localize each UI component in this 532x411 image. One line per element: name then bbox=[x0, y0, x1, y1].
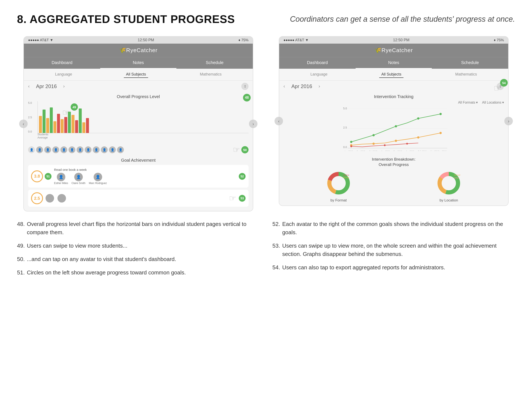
nav-schedule[interactable]: Schedule bbox=[176, 57, 253, 69]
all-formats-label: All Formats bbox=[458, 101, 475, 104]
bar-13 bbox=[82, 122, 85, 133]
month-display: Apr 2016 bbox=[36, 83, 57, 89]
svg-text:Mar
2016: Mar 2016 bbox=[430, 150, 439, 151]
badge-52: 52 bbox=[239, 173, 246, 180]
all-formats-filter[interactable]: All Formats ▾ bbox=[458, 100, 478, 104]
svg-point-19 bbox=[406, 143, 408, 144]
right-phone-wrapper: ‹ ●●●●● AT&T ▼ 12:50 PM ♦ 75% 🌾RyeCatche… bbox=[279, 36, 509, 206]
right-status-center: 12:50 PM bbox=[393, 38, 409, 42]
cursor-icon-49: ☞ bbox=[62, 108, 70, 117]
right-prev-month[interactable]: ‹ bbox=[284, 84, 285, 89]
bar-4 bbox=[50, 107, 53, 133]
donut-location: School Other by Location bbox=[435, 169, 463, 203]
student-avatar-2[interactable]: 👤 bbox=[44, 146, 51, 153]
footnote-54: 54. Users can also tap to export aggrega… bbox=[272, 263, 515, 272]
goal-title: Goal Achievement bbox=[28, 158, 248, 163]
bar-2 bbox=[43, 110, 46, 133]
status-left: ●●●●● AT&T ▼ bbox=[28, 38, 53, 42]
donuts-row: Online Group by Format bbox=[284, 169, 504, 203]
student-avatar-6[interactable]: 👤 bbox=[76, 146, 83, 153]
bar-11 bbox=[75, 120, 78, 133]
svg-text:0.0: 0.0 bbox=[343, 146, 347, 149]
y-label-25: 2.5 bbox=[28, 116, 32, 119]
goal-row-2: 2.5 ☞ 53 bbox=[28, 190, 248, 207]
svg-text:Apr
2016: Apr 2016 bbox=[438, 150, 446, 151]
footnote-54-text: Users can also tap to export aggregated … bbox=[282, 263, 515, 272]
left-status-bar: ●●●●● AT&T ▼ 12:50 PM ♦ 75% bbox=[24, 37, 253, 44]
right-nav-chevron-right-phone[interactable]: › bbox=[504, 117, 513, 125]
student-avatar-5[interactable]: 👤 bbox=[68, 146, 75, 153]
student-avatar-g2-2 bbox=[57, 194, 66, 203]
svg-point-11 bbox=[439, 113, 442, 115]
svg-point-16 bbox=[439, 132, 442, 134]
export-button[interactable]: ⇧ bbox=[241, 83, 248, 90]
student-claire-avatar[interactable]: 👤 bbox=[74, 173, 83, 181]
student-avatar-3[interactable]: 👤 bbox=[52, 146, 59, 153]
bar-3 bbox=[46, 118, 49, 133]
svg-text:Jan
2016: Jan 2016 bbox=[406, 150, 414, 151]
goal-text-1: Read one book a week bbox=[54, 168, 236, 171]
student-marc-avatar[interactable]: 👤 bbox=[94, 173, 102, 181]
goal-section: Goal Achievement 3.8 51 Read one book a … bbox=[24, 156, 253, 211]
bar-5 bbox=[53, 121, 57, 133]
bar-12 bbox=[79, 109, 82, 133]
tab-language[interactable]: Language bbox=[53, 71, 74, 78]
right-tab-mathematics[interactable]: Mathematics bbox=[453, 71, 479, 78]
badge-53: 53 bbox=[239, 195, 246, 202]
right-nav-chevron-left-phone[interactable]: › bbox=[249, 120, 257, 128]
avg-avatar: 👤 bbox=[28, 146, 35, 153]
student-avatar-7[interactable]: 👤 bbox=[85, 146, 92, 153]
left-phone-wrapper: ‹ ●●●●● AT&T ▼ 12:50 PM ♦ 75% 🌾RyeCatche… bbox=[23, 36, 253, 211]
right-logo: 🌾RyeCatcher bbox=[375, 47, 413, 53]
breakdown-section: Intervention Breakdown:Overall Progress bbox=[279, 154, 508, 206]
right-nav-dashboard[interactable]: Dashboard bbox=[279, 57, 356, 69]
line-chart-container: 5.0 2.5 0.0 bbox=[284, 106, 504, 152]
svg-point-10 bbox=[417, 117, 419, 120]
left-nav-chevron[interactable]: ‹ bbox=[19, 120, 28, 128]
status-right: ♦ 75% bbox=[238, 38, 248, 42]
nav-notes[interactable]: Notes bbox=[100, 57, 177, 69]
student-avatar-10[interactable]: 👤 bbox=[109, 146, 116, 153]
nav-dashboard[interactable]: Dashboard bbox=[24, 57, 100, 69]
footnote-53: 53. Users can swipe up to view more, on … bbox=[272, 242, 515, 258]
right-nav-notes[interactable]: Notes bbox=[356, 57, 432, 69]
student-esther-avatar[interactable]: 👤 bbox=[57, 173, 65, 181]
badge-49: 49 bbox=[71, 103, 78, 111]
prev-month-arrow[interactable]: ‹ bbox=[28, 84, 29, 89]
student-avatar-11[interactable]: 👤 bbox=[117, 146, 124, 153]
breakdown-title-text: Intervention Breakdown:Overall Progress bbox=[372, 157, 416, 167]
student-avatar-1[interactable]: 👤 bbox=[36, 146, 43, 153]
right-next-month[interactable]: › bbox=[319, 84, 320, 89]
svg-text:School: School bbox=[454, 174, 460, 176]
svg-text:Sep
2015: Sep 2015 bbox=[356, 150, 365, 151]
goal-row-1: 3.8 51 Read one book a week 👤 Esther Mil… bbox=[28, 165, 248, 188]
left-phone-mockup: ●●●●● AT&T ▼ 12:50 PM ♦ 75% 🌾RyeCatcher … bbox=[23, 36, 253, 211]
svg-text:Other: Other bbox=[454, 177, 459, 179]
svg-point-15 bbox=[417, 136, 419, 139]
intervention-title: Intervention Tracking bbox=[284, 94, 504, 99]
right-tab-language[interactable]: Language bbox=[308, 71, 330, 78]
svg-point-9 bbox=[395, 125, 397, 127]
footnote-49-text: Users can swipe to view more students... bbox=[27, 242, 260, 250]
tab-mathematics[interactable]: Mathematics bbox=[198, 71, 224, 78]
student-avatar-8[interactable]: 👤 bbox=[93, 146, 100, 153]
student-avatar-9[interactable]: 👤 bbox=[101, 146, 108, 153]
left-nav-chevron-right-phone[interactable]: ‹ bbox=[275, 117, 283, 125]
tab-all-subjects[interactable]: All Subjects bbox=[124, 71, 148, 78]
breakdown-title: Intervention Breakdown:Overall Progress bbox=[284, 157, 504, 167]
status-center: 12:50 PM bbox=[138, 38, 154, 42]
svg-text:2.5: 2.5 bbox=[343, 126, 347, 129]
student-avatar-4[interactable]: 👤 bbox=[60, 146, 67, 153]
svg-point-13 bbox=[372, 142, 375, 145]
bar-10 bbox=[72, 115, 75, 133]
goal-score-1: 3.8 bbox=[31, 170, 43, 182]
right-tab-all-subjects[interactable]: All Subjects bbox=[379, 71, 403, 78]
all-locations-filter[interactable]: All Locations ▾ bbox=[482, 100, 504, 104]
svg-point-18 bbox=[384, 144, 386, 146]
svg-text:5.0: 5.0 bbox=[343, 107, 347, 110]
footnote-49-num: 49. bbox=[17, 242, 25, 250]
right-nav-schedule[interactable]: Schedule bbox=[432, 57, 508, 69]
badge-48: 48 bbox=[243, 94, 251, 102]
next-month-arrow[interactable]: › bbox=[63, 84, 65, 89]
footnote-48: 48. Overall progress level chart flips t… bbox=[17, 220, 260, 237]
